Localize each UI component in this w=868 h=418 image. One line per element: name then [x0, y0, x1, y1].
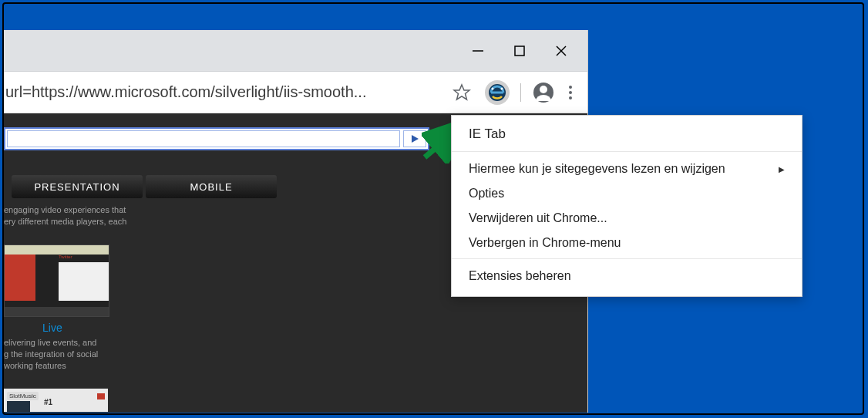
toolbar: url=https://www.microsoft.com/silverligh…	[4, 72, 587, 113]
ie-tab-go-button[interactable]	[403, 130, 426, 147]
video-thumbnail-1[interactable]: Twitter	[4, 244, 109, 317]
tab-presentation[interactable]: PRESENTATION	[12, 175, 143, 198]
svg-point-6	[492, 87, 494, 89]
context-menu-separator	[452, 151, 802, 152]
context-menu-item-hide[interactable]: Verbergen in Chrome-menu	[452, 231, 802, 255]
context-menu-item-manage-extensions[interactable]: Extensies beheren	[452, 264, 802, 288]
context-menu-item-options[interactable]: Opties	[452, 181, 802, 206]
chrome-menu-icon[interactable]	[569, 86, 572, 99]
toolbar-separator	[520, 83, 521, 102]
svg-point-7	[501, 87, 503, 89]
video-thumbnail-2[interactable]: SlotMusic #1	[4, 388, 108, 412]
window-maximize-button[interactable]	[510, 42, 529, 60]
ie-tab-extension-icon[interactable]	[485, 80, 510, 105]
tab-mobile[interactable]: MOBILE	[146, 175, 277, 198]
ie-tab-address-input[interactable]	[7, 130, 400, 147]
extension-context-menu: IE Tab Hiermee kun je sitegegevens lezen…	[451, 115, 802, 297]
page-intro-text: engaging video experiences that ery diff…	[4, 204, 235, 228]
svg-point-9	[540, 86, 547, 93]
svg-marker-10	[412, 135, 419, 143]
profile-icon[interactable]	[532, 81, 555, 104]
window-close-button[interactable]	[552, 42, 570, 60]
address-bar[interactable]: url=https://www.microsoft.com/silverligh…	[4, 83, 445, 101]
window-minimize-button[interactable]	[469, 42, 487, 60]
live-link[interactable]: Live	[42, 322, 62, 334]
page-nav-tabs: PRESENTATION MOBILE	[12, 175, 277, 198]
bookmark-star-icon[interactable]	[451, 82, 473, 103]
context-menu-separator	[452, 258, 802, 259]
context-menu-title: IE Tab	[452, 126, 802, 148]
svg-rect-1	[515, 46, 524, 56]
context-menu-item-remove[interactable]: Verwijderen uit Chrome...	[452, 206, 802, 231]
svg-marker-4	[454, 85, 469, 99]
ie-tab-address-frame	[4, 127, 429, 150]
live-description: elivering live events, and g the integra…	[4, 337, 158, 372]
window-titlebar	[4, 30, 587, 72]
context-menu-item-site-data[interactable]: Hiermee kun je sitegegevens lezen en wij…	[452, 157, 802, 181]
submenu-caret-icon: ▶	[779, 165, 785, 174]
